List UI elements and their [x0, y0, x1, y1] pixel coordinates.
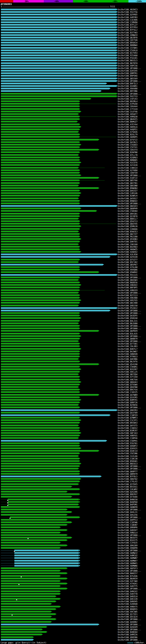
hit-label[interactable]: UniRef100_B6DD56	[118, 282, 138, 284]
hit-label[interactable]: UniRef100_B7FGL2	[118, 29, 138, 31]
alignment-row[interactable]: UniRef100_Q75Z77	[0, 258, 146, 261]
hit-label[interactable]: UniRef100_C1BIZ5	[118, 391, 138, 394]
alignment-row[interactable]: UniRef100_A2QR63	[0, 156, 146, 159]
hit-bar[interactable]	[1, 325, 79, 327]
hit-bar[interactable]	[1, 54, 116, 56]
hit-bar[interactable]	[1, 78, 116, 79]
hit-bar[interactable]	[1, 231, 78, 232]
alignment-row[interactable]: UniRef100_A9N1E9	[0, 289, 146, 292]
hit-bar[interactable]	[8, 499, 79, 500]
alignment-row[interactable]: UniRef100_A8UWZ5	[0, 248, 146, 250]
alignment-row[interactable]: UniRef100_B9FZL3	[0, 82, 146, 85]
alignment-row[interactable]: UniRef100_Q19JR5	[0, 396, 146, 399]
alignment-row[interactable]: UniRef100_A7TJE0	[0, 376, 146, 378]
alignment-row[interactable]: UniRef100_B7FPE4	[0, 26, 146, 28]
hit-bar[interactable]	[1, 113, 78, 115]
hit-bar[interactable]	[1, 37, 116, 38]
hit-label[interactable]: UniRef100_Q0R979	[118, 473, 138, 475]
hit-label[interactable]: UniRef100_C5PJ43	[118, 98, 138, 100]
hit-bar[interactable]	[1, 205, 116, 207]
hit-bar[interactable]	[1, 157, 79, 158]
hit-label[interactable]: UniRef100_A8UWZ5	[118, 248, 138, 250]
alignment-row[interactable]: UniRef100_B9QR55	[0, 608, 146, 610]
hit-label[interactable]: UniRef100_A6RDP5	[118, 136, 138, 138]
hit-label[interactable]: UniRef100_Q7SF22	[118, 139, 138, 141]
hit-bar[interactable]	[1, 450, 98, 452]
hit-bar[interactable]	[1, 519, 66, 521]
alignment-row[interactable]: UniRef100_C1BFE9	[0, 414, 146, 416]
hit-label[interactable]: UniRef100_Q54190	[118, 364, 138, 366]
hit-bar[interactable]	[1, 618, 55, 620]
hit-bar[interactable]	[1, 361, 79, 362]
alignment-row[interactable]: UniRef100_C5T0K5	[0, 46, 146, 49]
hit-bar[interactable]	[1, 394, 98, 396]
hit-label[interactable]: UniRef100_A7PGX8	[118, 103, 138, 105]
hit-label[interactable]: UniRef100_B6MGZ7	[118, 121, 138, 123]
alignment-row[interactable]: UniRef100_B9WHZ2	[0, 200, 146, 202]
alignment-row[interactable]: UniRef100_A9NJL4	[0, 531, 146, 534]
alignment-row[interactable]: UniRef100_A4QH42	[0, 250, 146, 253]
hit-label[interactable]: UniRef100_Q5DEA8	[118, 317, 138, 319]
hit-label[interactable]: UniRef100_Q6CYZ7	[118, 233, 138, 235]
hit-label[interactable]: UniRef100_B4BE04	[118, 631, 138, 633]
alignment-row[interactable]: UniRef100_A3L950	[0, 253, 146, 256]
hit-bar[interactable]	[1, 374, 78, 375]
alignment-row[interactable]: UniRef100_Q5W9H2	[0, 271, 146, 274]
alignment-row[interactable]: UniRef100_Q0R979	[0, 473, 146, 475]
hit-label[interactable]: UniRef100_A9AVB8	[118, 88, 138, 90]
alignment-row[interactable]: UniRef100_Q17IE1	[0, 613, 146, 616]
alignment-row[interactable]: UniRef100_B2WYN8	[0, 151, 146, 154]
alignment-row[interactable]: UniRef100_Q1H0R1	[0, 85, 146, 87]
hit-bar[interactable]	[1, 126, 80, 128]
alignment-row[interactable]: UniRef100_B4KTL7	[0, 348, 146, 350]
hit-bar[interactable]	[1, 580, 60, 582]
hit-label[interactable]: UniRef100_P16181	[118, 57, 138, 59]
hit-label[interactable]: UniRef100_B29056	[118, 404, 138, 406]
alignment-row[interactable]: UniRef100_B4NS58	[0, 498, 146, 501]
hit-label[interactable]: UniRef100_Q4E228	[118, 598, 138, 600]
hit-label[interactable]: UniRef100_A9QDP0	[118, 547, 138, 549]
hit-bar[interactable]	[1, 226, 80, 227]
alignment-row[interactable]: UniRef100_Q05569	[0, 77, 146, 80]
hit-label[interactable]: UniRef100_UPI000...	[118, 325, 141, 327]
hit-label[interactable]: UniRef100_B6JVT6	[118, 361, 138, 363]
hit-label[interactable]: UniRef100_A7GL80	[118, 266, 138, 268]
hit-label[interactable]: UniRef100_C5T0K5	[118, 47, 138, 49]
hit-label[interactable]: UniRef100_B4JW67	[118, 351, 138, 353]
hit-label[interactable]: UniRef100_A2DHU8	[118, 603, 138, 605]
alignment-row[interactable]: UniRef100_Q0JBY8	[0, 36, 146, 39]
hit-bar[interactable]	[1, 47, 116, 49]
hit-label[interactable]: UniRef100_A4H778	[118, 593, 138, 595]
alignment-row[interactable]: UniRef100_Q985B6	[0, 636, 146, 638]
hit-bar[interactable]	[1, 300, 80, 301]
hit-bar[interactable]	[1, 343, 79, 344]
alignment-row[interactable]: UniRef100_P25460	[0, 54, 146, 57]
alignment-row[interactable]: UniRef100_B9TZN6	[0, 90, 146, 92]
hit-label[interactable]: UniRef100_A4H775	[118, 585, 138, 587]
hit-bar[interactable]	[1, 290, 79, 291]
alignment-row[interactable]: UniRef100_B7GZU6	[0, 575, 146, 577]
hit-bar[interactable]	[1, 167, 78, 168]
alignment-row[interactable]: UniRef100_B3S5R7	[0, 368, 146, 370]
hit-bar[interactable]	[1, 598, 60, 600]
alignment-row[interactable]: UniRef100_Q00B79	[0, 338, 146, 340]
hit-bar[interactable]	[1, 621, 51, 623]
alignment-row[interactable]: UniRef100_Q43EP5	[0, 314, 146, 317]
hit-label[interactable]: UniRef100_Q4DJS8	[118, 305, 138, 307]
hit-bar[interactable]	[1, 315, 79, 316]
hit-label[interactable]: UniRef100_Q4N3H5	[118, 600, 138, 603]
alignment-row[interactable]: UniRef100_B7FL27	[0, 24, 146, 26]
alignment-row[interactable]: UniRef100_Q6EUZ3	[0, 205, 146, 207]
hit-bar[interactable]	[1, 72, 116, 74]
hit-bar[interactable]	[1, 417, 79, 418]
alignment-row[interactable]: UniRef100_UPI000...	[0, 92, 146, 95]
hit-label[interactable]: UniRef100_Q5MGJ8	[118, 226, 138, 228]
hit-label[interactable]: UniRef100_B2GL79	[118, 134, 138, 136]
hit-label[interactable]: UniRef100_A8Q7Q2	[118, 478, 138, 480]
hit-label[interactable]: UniRef100_B4LI31	[118, 320, 138, 322]
hit-bar[interactable]	[1, 346, 79, 347]
alignment-row[interactable]: UniRef100_B9CFG4	[0, 388, 146, 391]
hit-label[interactable]: UniRef100_Q43EP5	[118, 315, 138, 317]
alignment-row[interactable]: UniRef100_C4R146	[0, 192, 146, 194]
hit-label[interactable]: UniRef100_Q4MZ26	[118, 634, 138, 636]
